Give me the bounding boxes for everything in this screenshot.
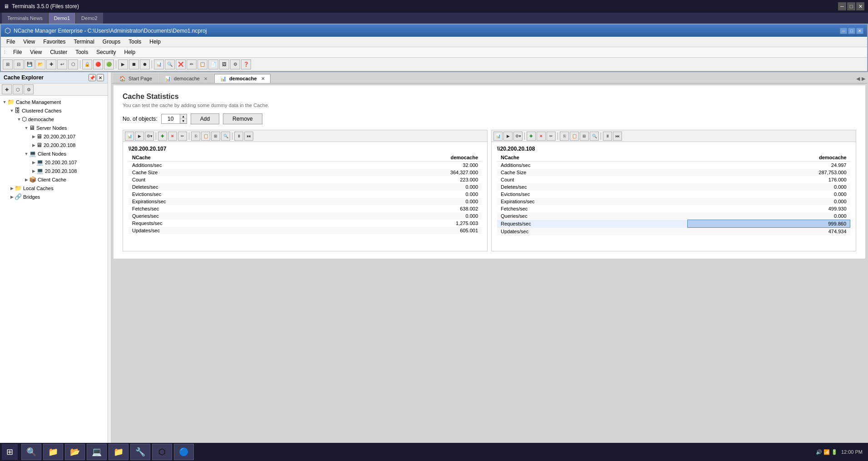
tree-item-server-108[interactable]: ▶ 🖥 20.200.20.108 — [0, 141, 108, 149]
title-bar-controls[interactable]: ─ □ ✕ — [838, 2, 864, 10]
inner-menu-security[interactable]: Security — [93, 48, 119, 56]
stats-tb2-btn2[interactable]: ▶ — [503, 132, 513, 141]
stats-tb1-search[interactable]: 🔍 — [221, 132, 230, 141]
stats-tb1-copy[interactable]: ⎘ — [191, 132, 200, 141]
num-objects-input[interactable] — [162, 114, 180, 123]
toolbar-btn-1[interactable]: ⊞ — [3, 59, 13, 69]
spin-up-button[interactable]: ▲ — [180, 114, 187, 119]
tab-nav-left[interactable]: ◀ — [856, 76, 860, 82]
sidebar-settings-btn[interactable]: ⚙ — [24, 84, 34, 94]
inner-tab-democache-1[interactable]: 📊 democache ✕ — [159, 74, 213, 83]
toolbar-btn-6[interactable]: ↩ — [57, 59, 67, 69]
toolbar-btn-9[interactable]: 🔴 — [93, 59, 103, 69]
taskbar-app-folder[interactable]: 📁 — [108, 444, 128, 460]
outer-menu-tools[interactable]: Tools — [125, 38, 145, 46]
toolbar-btn-7[interactable]: ⬡ — [68, 59, 78, 69]
sidebar-add-btn[interactable]: ✚ — [2, 84, 12, 94]
stats-tb1-pause[interactable]: ⏸ — [234, 132, 243, 141]
minimize-button[interactable]: ─ — [838, 2, 846, 10]
spin-down-button[interactable]: ▼ — [180, 119, 187, 123]
toolbar-btn-12[interactable]: ⏹ — [129, 59, 139, 69]
stats-tb1-remove[interactable]: ✕ — [168, 132, 177, 141]
inner-menu-help[interactable]: Help — [121, 48, 139, 56]
inner-menu-cluster[interactable]: Cluster — [46, 48, 71, 56]
outer-tab-demo2[interactable]: Demo2 — [76, 13, 103, 24]
outer-menu-file[interactable]: File — [3, 38, 19, 46]
taskbar-app-explorer[interactable]: 📁 — [43, 444, 63, 460]
outer-menu-favorites[interactable]: Favorites — [39, 38, 69, 46]
close-button[interactable]: ✕ — [856, 2, 864, 10]
taskbar-app-search[interactable]: 🔍 — [21, 444, 41, 460]
toolbar-btn-2[interactable]: ⊟ — [14, 59, 24, 69]
inner-menu-tools[interactable]: Tools — [72, 48, 92, 56]
toolbar-btn-13[interactable]: ⏺ — [140, 59, 150, 69]
toolbar-btn-22[interactable]: ❓ — [241, 59, 251, 69]
inner-menu-file[interactable]: File — [10, 48, 25, 56]
tree-item-client-nodes[interactable]: ▼ 💻 Client Nodes — [0, 149, 108, 158]
inner-maximize-button[interactable]: □ — [848, 28, 855, 34]
toolbar-btn-19[interactable]: 📄 — [208, 59, 218, 69]
toolbar-btn-20[interactable]: 🖼 — [219, 59, 229, 69]
outer-tab-demo1[interactable]: Demo1 — [49, 13, 76, 24]
toolbar-btn-16[interactable]: ❌ — [176, 59, 186, 69]
maximize-button[interactable]: □ — [847, 2, 855, 10]
inner-close-button[interactable]: ✕ — [856, 28, 863, 34]
toolbar-btn-14[interactable]: 📊 — [154, 59, 164, 69]
toolbar-btn-15[interactable]: 🔍 — [165, 59, 175, 69]
outer-menu-view[interactable]: View — [20, 38, 39, 46]
tree-item-clustered-caches[interactable]: ▼ 🗄 Clustered Caches — [0, 106, 108, 115]
stats-tb2-view[interactable]: ⊞ — [580, 132, 589, 141]
taskbar-app-ncache[interactable]: ⬡ — [152, 444, 172, 460]
inner-title-controls[interactable]: ─ □ ✕ — [840, 28, 863, 34]
stats-tb1-next[interactable]: ⏭ — [244, 132, 253, 141]
toolbar-btn-10[interactable]: 🟢 — [104, 59, 114, 69]
stats-tb1-btn1[interactable]: 📊 — [125, 132, 134, 141]
outer-menu-groups[interactable]: Groups — [99, 38, 124, 46]
toolbar-btn-18[interactable]: 📋 — [197, 59, 207, 69]
stats-tb2-remove[interactable]: ✕ — [537, 132, 546, 141]
add-button[interactable]: Add — [191, 113, 219, 124]
stats-tb2-next[interactable]: ⏭ — [613, 132, 622, 141]
tree-item-client-cache[interactable]: ▶ 📦 Client Cache — [0, 175, 108, 184]
outer-tab-news[interactable]: Terminals News — [2, 13, 49, 24]
tree-item-client-108[interactable]: ▶ 💻 20.200.20.108 — [0, 167, 108, 175]
taskbar-app-tools[interactable]: 🔧 — [130, 444, 150, 460]
tree-item-client-107[interactable]: ▶ 💻 20.200.20.107 — [0, 158, 108, 167]
stats-tb2-btn1[interactable]: 📊 — [493, 132, 503, 141]
sidebar-close-button[interactable]: ✕ — [97, 74, 104, 81]
tree-item-server-nodes[interactable]: ▼ 🖥 Server Nodes — [0, 123, 108, 132]
taskbar-app-file-mgr[interactable]: 📂 — [65, 444, 85, 460]
democache-tab-2-close[interactable]: ✕ — [261, 76, 265, 81]
inner-menu-view[interactable]: View — [26, 48, 45, 56]
stats-tb2-pause[interactable]: ⏸ — [603, 132, 612, 141]
outer-menu-terminal[interactable]: Terminal — [70, 38, 98, 46]
stats-tb2-search[interactable]: 🔍 — [590, 132, 599, 141]
stats-tb1-add[interactable]: ✚ — [158, 132, 167, 141]
inner-tab-start-page[interactable]: 🏠 Start Page — [113, 74, 158, 83]
stats-tb1-dropdown[interactable]: ⚙▾ — [145, 132, 154, 141]
toolbar-btn-8[interactable]: 🔒 — [82, 59, 92, 69]
toolbar-btn-17[interactable]: ✏ — [187, 59, 197, 69]
remove-button[interactable]: Remove — [223, 113, 262, 124]
stats-tb1-edit[interactable]: ✏ — [178, 132, 187, 141]
tab-nav-right[interactable]: ▶ — [862, 76, 865, 82]
tree-item-local-caches[interactable]: ▶ 📁 Local Caches — [0, 184, 108, 192]
stats-tb1-view[interactable]: ⊞ — [211, 132, 220, 141]
sidebar-group-btn[interactable]: ⬡ — [13, 84, 23, 94]
toolbar-btn-3[interactable]: 💾 — [25, 59, 35, 69]
stats-tb1-paste[interactable]: 📋 — [201, 132, 210, 141]
sidebar-pin-button[interactable]: 📌 — [89, 74, 96, 81]
taskbar-app-cmd[interactable]: 💻 — [87, 444, 107, 460]
inner-tab-democache-2[interactable]: 📊 democache ✕ — [214, 74, 271, 83]
tree-item-democache[interactable]: ▼ ⬡ democache — [0, 115, 108, 123]
start-button[interactable]: ⊞ — [2, 444, 18, 460]
toolbar-btn-4[interactable]: 📂 — [35, 59, 45, 69]
tree-item-bridges[interactable]: ▶ 🔗 Bridges — [0, 192, 108, 201]
tree-item-cache-management[interactable]: ▼ 📁 Cache Management — [0, 98, 108, 106]
stats-tb2-edit[interactable]: ✏ — [547, 132, 556, 141]
stats-tb1-btn2[interactable]: ▶ — [135, 132, 144, 141]
stats-tb2-dropdown[interactable]: ⚙▾ — [513, 132, 523, 141]
toolbar-btn-21[interactable]: ⚙ — [230, 59, 240, 69]
outer-menu-help[interactable]: Help — [146, 38, 164, 46]
stats-tb2-copy[interactable]: ⎘ — [560, 132, 569, 141]
